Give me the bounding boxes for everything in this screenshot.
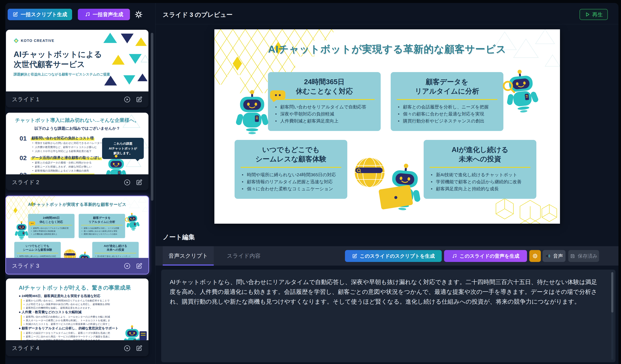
card2-title: 顧客データをリアルタイムに分析 <box>81 216 122 224</box>
logo-diamond-icon <box>14 38 19 43</box>
thumb4-label: スライド 4 <box>12 345 119 352</box>
sidebar-scrollbar[interactable] <box>151 33 153 201</box>
thumb2-robot <box>104 154 128 174</box>
thumb2-play-icon[interactable] <box>124 179 131 186</box>
generate-audio-button[interactable]: このスライドの音声を生成 <box>444 250 527 262</box>
batch-audio-button[interactable]: 一括音声生成 <box>78 9 130 20</box>
sidebar-settings-gear-icon[interactable] <box>134 10 143 19</box>
thumb2-footer: スライド 2 <box>6 174 148 190</box>
thumb2-item2-number: 02 <box>19 154 27 162</box>
speaker-icon <box>545 253 551 259</box>
slide-card-4: AIが進化し続ける未来への投資 新AI技術で進化し続けるチャットボット 学習機能… <box>424 140 536 199</box>
thumb2-item3-number: 03 <box>19 171 27 174</box>
thumb1-subtitle: 課題解決と収益向上につながる顧客サービスシステムのご提案 <box>14 72 110 77</box>
thumb1-edit-icon[interactable] <box>136 96 142 103</box>
thumb2-item2-bullets: 顧客との会話データの蓄積・分析に時間がかかる 顧客ニーズを把握しきれず、的確な対… <box>32 161 92 173</box>
script-text[interactable]: AIチャットボットなら、問い合わせにリアルタイムで自動応答し、深夜や早朝も抜け漏… <box>161 270 616 314</box>
batch-script-label: 一括スクリプト生成 <box>21 11 67 18</box>
card4-divider <box>95 253 136 253</box>
batch-audio-label: 一括音声生成 <box>93 11 123 18</box>
thumbnail-slide-3-selected[interactable]: AIチャットボットが実現する革新的な顧客サービス 24時間365日休むことなく対… <box>5 196 149 275</box>
thumb4-slide: AIチャットボットが叶える、驚きの事業成果 24時間365日、顧客満足度向上を実… <box>6 278 148 340</box>
slide-card-1: 24時間365日休むことなく対応 顧客問い合わせをリアルタイムで自動応答 深夜や… <box>28 214 75 238</box>
card4-title: AIが進化し続ける未来への投資 <box>430 145 530 163</box>
card3-title: いつでもどこでもシームレスな顧客体験 <box>17 244 58 252</box>
header-divider <box>155 24 619 24</box>
thumb2-edit-icon[interactable] <box>136 179 142 186</box>
card2-bullets: 顧客との会話履歴を分析し、ニーズを把握 個々の顧客に合わせた最適な対応を実現 購… <box>397 103 498 124</box>
save-floppy-icon <box>570 253 575 259</box>
tab-slide-content[interactable]: スライド内容 <box>219 246 268 266</box>
card2-divider <box>81 225 122 225</box>
slide-canvas: AIチャットボットが実現する革新的な顧客サービス 24時間365日休むことなく対… <box>6 196 148 258</box>
batch-script-button[interactable]: 一括スクリプト生成 <box>8 9 72 20</box>
waving-robot <box>14 221 29 240</box>
logo-text: KOTO CREATIVE <box>21 39 54 43</box>
magnifier-icon <box>124 217 130 223</box>
card1-title: 24時間365日休むことなく対応 <box>30 216 72 224</box>
card4-divider <box>430 167 530 168</box>
thumb4-footer: スライド 4 <box>6 340 148 356</box>
card1-divider <box>30 225 72 225</box>
card3-divider <box>17 253 58 253</box>
tab-audio-script[interactable]: 音声スクリプト <box>163 246 214 266</box>
slide-canvas: AIチャットボットが実現する革新的な顧客サービス 24時間365日休むことなく対… <box>214 29 560 224</box>
card2-title: 顧客データをリアルタイムに分析 <box>397 77 498 96</box>
thumb4-play-icon[interactable] <box>124 345 131 352</box>
thumb4-edit-icon[interactable] <box>136 345 142 352</box>
edit-icon <box>352 253 357 259</box>
notes-heading: ノート編集 <box>163 233 195 242</box>
card4-bullets: 新AI技術で進化し続けるチャットボット 学習機能で顧客との会話から継続的に改善 … <box>430 171 530 192</box>
thumbnail-slide-4[interactable]: AIチャットボットが叶える、驚きの事業成果 24時間365日、顧客満足度向上を実… <box>6 278 148 356</box>
preview-title: スライド 3 のプレビュー <box>163 11 232 19</box>
speech-bubble <box>29 221 35 225</box>
slide-card-2: 顧客データをリアルタイムに分析 顧客との会話履歴を分析し、ニーズを把握 個々の顧… <box>391 72 503 131</box>
card1-title: 24時間365日休むことなく対応 <box>274 77 375 96</box>
card1-bullets: 顧客問い合わせをリアルタイムで自動応答 深夜や早朝対応の負担軽減 人件費削減と顧… <box>274 103 375 124</box>
card3-bullets: 時間や場所に縛られない24時間365日の対応 顧客情報のリアルタイム把握と迅速な… <box>241 171 341 192</box>
gear-icon <box>532 253 538 259</box>
thumb2-item1-number: 01 <box>19 135 27 142</box>
thumb1-footer: スライド 1 <box>6 91 148 107</box>
thumb2-slide: チャットボット導入に踏み切れない…そんな企業様へ。 以下のような課題にお悩みでは… <box>6 113 148 174</box>
thumb1-title: AIチャットボットによる 次世代顧客サービス <box>14 49 102 69</box>
play-button[interactable]: 再生 <box>580 9 608 20</box>
card1-divider <box>274 99 375 100</box>
slide-title: AIチャットボットが実現する革新的な顧客サービス <box>6 202 148 207</box>
card3-bullets: 時間や場所に縛られない24時間365日の対応 顧客情報のリアルタイム把握と迅速な… <box>17 255 58 258</box>
thumbnail-slide-1[interactable]: KOTO CREATIVE AIチャットボットによる 次世代顧客サービス 課題解… <box>6 30 148 107</box>
thumb4-briefcase <box>139 331 147 340</box>
voice-button[interactable]: 音声 <box>543 250 566 262</box>
active-tab-underline <box>163 264 214 266</box>
thumb1-triangle-decor <box>97 30 148 91</box>
thumb2-item1-heading: 顧客問い合わせ対応の負担とコスト増 <box>31 136 94 140</box>
card3-title: いつでもどこでもシームレスな顧客体験 <box>241 145 341 163</box>
slide-card-3: いつでもどこでもシームレスな顧客体験 時間や場所に縛られない24時間365日の対… <box>14 242 61 258</box>
script-scrollbar-thumb[interactable] <box>611 272 613 312</box>
thumb3-edit-icon[interactable] <box>136 262 142 269</box>
globe-graphic <box>63 249 77 258</box>
generate-script-button[interactable]: このスライドのスクリプトを生成 <box>345 250 442 262</box>
thumbnail-slide-2[interactable]: チャットボット導入に踏み切れない…そんな企業様へ。 以下のような課題にお悩みでは… <box>6 113 148 190</box>
thumb3-play-icon[interactable] <box>124 262 131 269</box>
thumb4-title: AIチャットボットが叶える、驚きの事業成果 <box>19 284 131 292</box>
card4-title: AIが進化し続ける未来への投資 <box>95 244 136 252</box>
thumb2-item1-bullets: 増加する顧客からの問い合わせに対応できるオペレーターが不足 人件費や教育費用など… <box>32 141 110 153</box>
saved-button[interactable]: 保存済み <box>568 250 599 262</box>
voice-settings-button[interactable] <box>529 250 541 262</box>
slide-card-4: AIが進化し続ける未来への投資 新AI技術で進化し続けるチャットボット 学習機能… <box>92 242 139 258</box>
script-editor[interactable]: AIチャットボットなら、問い合わせにリアルタイムで自動応答し、深夜や早朝も抜け漏… <box>161 270 616 362</box>
card1-bullets: 顧客問い合わせをリアルタイムで自動応答 深夜や早朝対応の負担軽減 人件費削減と顧… <box>30 227 72 236</box>
edit-icon <box>13 12 18 17</box>
thumb1-label: スライド 1 <box>12 96 119 103</box>
music-note-icon <box>85 12 90 17</box>
card3-divider <box>241 167 341 168</box>
thumb4-section2: 人件費・教育費などのコストを大幅削減 顧客問い合わせ対応の自動化により、コールセ… <box>19 310 146 326</box>
thumb2-label: スライド 2 <box>12 179 119 186</box>
thumb1-play-icon[interactable] <box>124 96 131 103</box>
slide-preview-area: AIチャットボットが実現する革新的な顧客サービス 24時間365日休むことなく対… <box>214 29 560 224</box>
card2-bullets: 顧客との会話履歴を分析し、ニーズを把握 個々の顧客に合わせた最適な対応を実現 購… <box>81 227 122 236</box>
waving-robot <box>234 89 271 136</box>
thumb2-title: チャットボット導入に踏み切れない…そんな企業様へ。 <box>6 117 148 123</box>
thumb4-section1: 24時間365日、顧客満足度向上を実現する迅速な対応 顧客からの問い合わせに、2… <box>19 294 146 310</box>
